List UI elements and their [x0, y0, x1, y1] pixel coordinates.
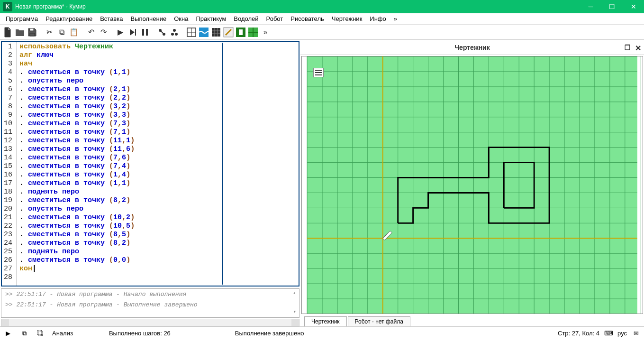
- maximize-button[interactable]: ☐: [601, 0, 623, 13]
- menu-2[interactable]: Вставка: [96, 14, 127, 23]
- menu-11[interactable]: »: [390, 14, 401, 23]
- sb-lang: рус: [617, 330, 627, 337]
- code-line: . сместиться в точку (7,1): [19, 128, 219, 137]
- titlebar: K Новая программа* - Кумир ─ ☐ ✕: [0, 0, 644, 13]
- sb-msg-icon[interactable]: ✉: [632, 329, 640, 338]
- code-line: . сместиться в точку (7,4): [19, 162, 219, 171]
- save-file-icon[interactable]: [27, 27, 38, 38]
- code-line: . опустить перо: [19, 77, 219, 85]
- close-button[interactable]: ✕: [623, 0, 644, 13]
- svg-point-5: [173, 29, 176, 32]
- code-line: . сместиться в точку (7,3): [19, 120, 219, 128]
- code-line: . сместиться в точку (2,1): [19, 85, 219, 94]
- svg-point-6: [171, 33, 174, 36]
- svg-point-7: [175, 33, 178, 36]
- code-line: . сместиться в точку (11,1): [19, 137, 219, 145]
- canvas-menu-icon[interactable]: [313, 68, 324, 77]
- console-line: >> 22:51:17 - Новая программа - Начало в…: [5, 291, 295, 301]
- code-line: . сместиться в точку (3,2): [19, 102, 219, 111]
- svg-rect-1: [142, 29, 144, 36]
- run-icon[interactable]: ▶: [115, 27, 126, 38]
- panel-tabs: ЧертежникРобот - нет файла: [300, 315, 644, 326]
- drawer-panel: Чертежник ❐ ✕ ЧертежникРобот - нет файла: [300, 40, 644, 326]
- menu-5[interactable]: Практикум: [192, 14, 230, 23]
- code-line: алг ключ: [19, 51, 219, 60]
- panel-maximize-icon[interactable]: ❐: [625, 44, 631, 51]
- console-line: >> 22:51:17 - Новая программа - Выполнен…: [5, 301, 295, 312]
- menu-9[interactable]: Чертежник: [328, 14, 366, 23]
- minimize-button[interactable]: ─: [580, 0, 601, 13]
- menu-6[interactable]: Водолей: [230, 14, 262, 23]
- svg-rect-19: [239, 29, 243, 35]
- step-icon[interactable]: [127, 27, 138, 38]
- window-title: Новая программа* - Кумир: [15, 3, 580, 10]
- redo-icon[interactable]: ↷: [98, 27, 109, 38]
- code-line: . сместиться в точку (7,6): [19, 154, 219, 162]
- sb-run-icon[interactable]: ▶: [4, 329, 12, 338]
- scroll-up-icon[interactable]: ▴: [290, 290, 298, 297]
- code-editor[interactable]: 1234567891011121314151617181920212223242…: [1, 41, 299, 287]
- drawer-canvas[interactable]: [301, 56, 643, 314]
- pause-icon[interactable]: [139, 27, 151, 38]
- code-line: . сместиться в точку (8,5): [19, 231, 219, 239]
- sb-done: Выполнение завершено: [235, 330, 304, 337]
- app-icon: K: [3, 2, 12, 11]
- grid2-icon[interactable]: [210, 27, 222, 38]
- code-line: . сместиться в точку (10,5): [19, 222, 219, 231]
- grid1-icon[interactable]: [186, 27, 197, 38]
- tab[interactable]: Чертежник: [304, 316, 347, 326]
- water-icon[interactable]: [198, 27, 209, 38]
- code-line: [19, 273, 219, 282]
- new-file-icon[interactable]: [2, 27, 13, 38]
- menu-4[interactable]: Окна: [170, 14, 192, 23]
- code-line: . сместиться в точку (8,2): [19, 239, 219, 248]
- code-line: . сместиться в точку (3,3): [19, 111, 219, 120]
- horizontal-scrollbar[interactable]: [1, 319, 299, 326]
- panel-close-icon[interactable]: ✕: [635, 44, 641, 53]
- sb-layout2-icon[interactable]: ⿻: [36, 329, 45, 338]
- menu-10[interactable]: Инфо: [366, 14, 390, 23]
- svg-rect-12: [212, 28, 220, 37]
- code-line: . сместиться в точку (0,0): [19, 256, 219, 265]
- sb-steps: Выполнено шагов: 26: [109, 330, 171, 337]
- statusbar: ▶ ⧉ ⿻ Анализ Выполнено шагов: 26 Выполне…: [0, 326, 644, 340]
- code-line: кон|: [19, 265, 219, 273]
- menu-1[interactable]: Редактирование: [42, 14, 96, 23]
- toolbar: ✂ ⧉ 📋 ↶ ↷ ▶ »: [0, 25, 644, 40]
- code-line: . сместиться в точку (11,6): [19, 145, 219, 154]
- menu-0[interactable]: Программа: [2, 14, 42, 23]
- code-panel: 1234567891011121314151617181920212223242…: [0, 40, 300, 326]
- cut-icon[interactable]: ✂: [44, 27, 55, 38]
- open-file-icon[interactable]: [14, 27, 26, 38]
- paste-icon[interactable]: 📋: [68, 27, 80, 38]
- menu-8[interactable]: Рисователь: [287, 14, 327, 23]
- green2-icon[interactable]: [247, 27, 259, 38]
- menubar: ПрограммаРедактированиеВставкаВыполнение…: [0, 13, 644, 25]
- code-line: нач: [19, 60, 219, 68]
- copy-icon[interactable]: ⧉: [56, 27, 67, 38]
- sb-keyboard-icon[interactable]: ⌨: [604, 329, 613, 338]
- tool-b-icon[interactable]: [169, 27, 180, 38]
- tab[interactable]: Робот - нет файла: [348, 316, 410, 326]
- menu-3[interactable]: Выполнение: [127, 14, 170, 23]
- menu-7[interactable]: Робот: [263, 14, 287, 23]
- undo-icon[interactable]: ↶: [85, 27, 97, 38]
- scroll-down-icon[interactable]: ▾: [290, 309, 298, 316]
- output-console: >> 22:51:17 - Новая программа - Начало в…: [1, 288, 299, 318]
- code-line: . сместиться в точку (1,1): [19, 179, 219, 188]
- tool-a-icon[interactable]: [156, 27, 168, 38]
- code-line: . поднять перо: [19, 188, 219, 196]
- line-gutter: 1234567891011121314151617181920212223242…: [2, 42, 17, 286]
- code-line: . сместиться в точку (1,4): [19, 171, 219, 179]
- code-line: использовать Чертежник: [19, 43, 219, 51]
- sb-analyze: Анализ: [52, 330, 73, 337]
- green1-icon[interactable]: [235, 27, 246, 38]
- brush-icon[interactable]: [223, 27, 234, 38]
- code-text[interactable]: использовать Чертежникалг ключнач. смест…: [19, 43, 223, 285]
- code-line: . сместиться в точку (1,1): [19, 68, 219, 77]
- drawer-title: Чертежник ❐ ✕: [300, 40, 644, 55]
- svg-rect-0: [135, 29, 136, 36]
- sb-layout1-icon[interactable]: ⧉: [20, 329, 28, 338]
- code-line: . опустить перо: [19, 205, 219, 213]
- more-tools-icon[interactable]: »: [260, 27, 271, 38]
